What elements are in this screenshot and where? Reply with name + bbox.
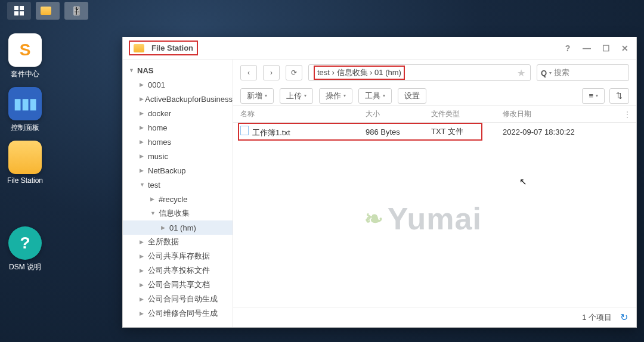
tree-item[interactable]: ▶music (123, 149, 233, 163)
desktop-label: 套件中心 (4, 69, 47, 79)
view-list-button[interactable]: ≡▾ (582, 88, 605, 104)
title-highlight: File Station (129, 41, 198, 55)
columns-more-icon[interactable]: ⋮ (623, 110, 631, 119)
package-center-icon: S (8, 33, 42, 67)
tree-item[interactable]: ▶ActiveBackupforBusiness (123, 92, 233, 106)
tree-item[interactable]: ▼信息收集 (123, 206, 233, 220)
nav-back-button[interactable]: ‹ (240, 65, 257, 80)
desktop-icon-file-station[interactable]: File Station (4, 141, 47, 185)
close-button[interactable]: ✕ (620, 43, 630, 53)
tree-item[interactable]: ▶0001 (123, 77, 233, 92)
tree-item[interactable]: ▶公司合同共享文档 (123, 278, 233, 292)
task-file-station[interactable] (36, 2, 60, 20)
col-date[interactable]: 修改日期 (503, 109, 629, 119)
watermark: ❧ Yumai (364, 201, 482, 237)
tree-root[interactable]: ▼NAS (123, 63, 233, 77)
tree-item[interactable]: ▶全所数据 (123, 235, 233, 249)
search-placeholder: 搜索 (554, 67, 569, 78)
tree-item[interactable]: ▶公司共享投标文件 (123, 263, 233, 278)
tree-item[interactable]: ▶docker (123, 106, 233, 120)
tree-item[interactable]: ▶公司合同号自动生成 (123, 292, 233, 306)
content-pane: ‹ › ⟳ test › 信息收集 › 01 (hm) ★ Q▾ 搜索 新增▾ … (233, 60, 636, 327)
maximize-button[interactable]: ☐ (600, 43, 611, 53)
leaf-icon: ❧ (364, 206, 384, 232)
refresh-icon[interactable]: ↻ (620, 312, 628, 323)
taskbar: 🎚️ (0, 0, 644, 21)
desktop-icon-dsm-help[interactable]: ? DSM 说明 (4, 226, 47, 272)
window-title: File Station (151, 43, 193, 52)
apps-grid-icon (14, 6, 24, 15)
tree-item[interactable]: ▶homes (123, 135, 233, 149)
favorite-icon[interactable]: ★ (517, 67, 525, 79)
tree-item[interactable]: ▶公司共享库存数据 (123, 249, 233, 263)
file-list: 工作簿1.txt 986 Bytes TXT 文件 2022-09-07 18:… (233, 123, 636, 307)
desktop-label: 控制面板 (4, 123, 47, 133)
file-station-icon (8, 141, 42, 174)
nav-forward-button[interactable]: › (263, 65, 280, 80)
column-headers: 名称 大小 文件类型 修改日期 ⋮ (233, 106, 636, 123)
sliders-icon: 🎚️ (72, 6, 82, 15)
settings-button[interactable]: 设置 (398, 88, 426, 104)
tree-item[interactable]: ▶NetBackup (123, 163, 233, 178)
file-station-window: File Station ? — ☐ ✕ ▼NAS ▶0001 ▶ActiveB… (122, 37, 637, 328)
file-icon (240, 126, 249, 135)
tree-item[interactable]: ▶公司维修合同号生成 (123, 306, 233, 321)
operate-button[interactable]: 操作▾ (319, 88, 352, 104)
tools-button[interactable]: 工具▾ (358, 88, 392, 104)
minimize-button[interactable]: — (581, 43, 592, 53)
control-panel-icon: ▮▮▮ (8, 87, 42, 120)
sort-button[interactable]: ⇅ (609, 88, 629, 104)
new-button[interactable]: 新增▾ (240, 88, 274, 104)
col-name[interactable]: 名称 (240, 109, 366, 119)
search-icon: Q (541, 69, 547, 77)
tree-item-selected[interactable]: ▶01 (hm) (123, 220, 233, 235)
help-icon: ? (8, 226, 42, 260)
toolbar: 新增▾ 上传▾ 操作▾ 工具▾ 设置 ≡▾ ⇅ (233, 86, 636, 106)
search-box[interactable]: Q▾ 搜索 (537, 64, 629, 81)
help-button[interactable]: ? (562, 43, 573, 53)
tree-item-test[interactable]: ▼test (123, 178, 233, 192)
folder-icon (134, 44, 144, 52)
status-bar: 1 个项目 ↻ (233, 307, 636, 327)
titlebar: File Station ? — ☐ ✕ (123, 37, 636, 60)
address-bar: ‹ › ⟳ test › 信息收集 › 01 (hm) ★ Q▾ 搜索 (233, 60, 636, 86)
tree-item[interactable]: ▶home (123, 120, 233, 135)
reload-button[interactable]: ⟳ (286, 65, 302, 80)
desktop-label: File Station (4, 176, 47, 185)
breadcrumb-field[interactable]: test › 信息收集 › 01 (hm) ★ (308, 64, 531, 81)
sidebar-tree: ▼NAS ▶0001 ▶ActiveBackupforBusiness ▶doc… (123, 60, 233, 327)
breadcrumb-highlight: test › 信息收集 › 01 (hm) (314, 66, 405, 80)
desktop-label: DSM 说明 (4, 262, 47, 272)
file-row[interactable]: 工作簿1.txt 986 Bytes TXT 文件 2022-09-07 18:… (233, 123, 636, 141)
col-type[interactable]: 文件类型 (431, 109, 503, 119)
tree-item[interactable]: ▶#recycle (123, 192, 233, 206)
desktop-icon-control-panel[interactable]: ▮▮▮ 控制面板 (4, 87, 47, 133)
desktop-icon-package-center[interactable]: S 套件中心 (4, 33, 47, 79)
breadcrumb-text: test › 信息收集 › 01 (hm) (317, 68, 401, 77)
folder-icon (41, 7, 51, 15)
item-count: 1 个项目 (582, 312, 612, 323)
apps-button[interactable] (7, 2, 31, 20)
upload-button[interactable]: 上传▾ (280, 88, 313, 104)
col-size[interactable]: 大小 (366, 109, 431, 119)
cursor-icon: ↖ (519, 176, 527, 187)
task-control-panel[interactable]: 🎚️ (64, 2, 88, 20)
